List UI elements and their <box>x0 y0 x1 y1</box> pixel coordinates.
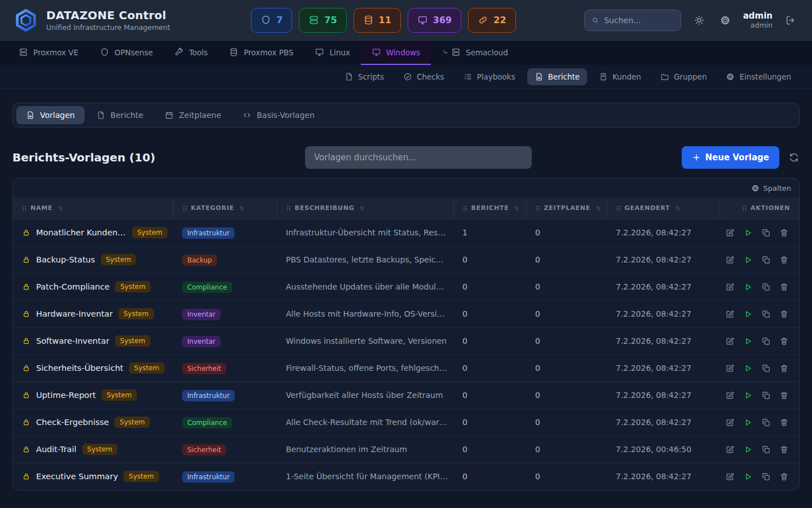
subnav-playbooks[interactable]: Playbooks <box>456 68 523 85</box>
nav-proxmox-ve[interactable]: Proxmox VE <box>8 41 89 65</box>
sort-icon[interactable] <box>595 205 602 212</box>
columns-button[interactable]: Spalten <box>13 178 799 198</box>
nav-proxmox-pbs[interactable]: Proxmox PBS <box>218 41 304 65</box>
stat-servers[interactable]: 75 <box>299 8 346 33</box>
sort-icon[interactable] <box>359 205 365 212</box>
user-menu[interactable]: admin admin <box>743 11 773 29</box>
drag-handle-icon[interactable] <box>463 205 467 211</box>
table-row[interactable]: Executive Summary System Infrastruktur 1… <box>13 463 800 490</box>
run-button[interactable] <box>742 308 754 320</box>
edit-button[interactable] <box>724 227 736 239</box>
run-button[interactable] <box>742 417 754 428</box>
duplicate-button[interactable] <box>760 335 772 347</box>
delete-button[interactable] <box>778 362 790 374</box>
global-search-input[interactable] <box>604 16 673 25</box>
table-row[interactable]: Software-Inventar System Inventar Window… <box>13 327 800 354</box>
run-button[interactable] <box>742 444 754 456</box>
table-row[interactable]: Patch-Compliance System Compliance Ausst… <box>13 273 800 300</box>
column-header-zeitplaene[interactable]: ZEITPLAENE <box>526 198 607 219</box>
tab-zeitplaene[interactable]: Zeitplaene <box>155 106 231 124</box>
subnav-kunden[interactable]: Kunden <box>592 68 648 85</box>
stat-hosts[interactable]: 369 <box>408 8 461 33</box>
sort-icon[interactable] <box>57 205 64 212</box>
refresh-button[interactable] <box>788 152 800 163</box>
table-row[interactable]: Backup-Status System Backup PBS Datastor… <box>13 246 800 273</box>
edit-button[interactable] <box>724 281 736 293</box>
global-search[interactable] <box>584 10 681 31</box>
template-search-input[interactable] <box>305 146 532 169</box>
delete-button[interactable] <box>778 471 790 483</box>
sort-icon[interactable] <box>513 205 520 212</box>
edit-button[interactable] <box>724 254 736 266</box>
edit-button[interactable] <box>724 335 736 347</box>
delete-button[interactable] <box>778 389 790 401</box>
nav-tools[interactable]: Tools <box>164 41 218 65</box>
drag-handle-icon[interactable] <box>616 205 620 211</box>
run-button[interactable] <box>742 362 754 374</box>
stat-links[interactable]: 22 <box>468 8 515 33</box>
column-header-geaendert[interactable]: GEAENDERT <box>607 198 720 219</box>
table-row[interactable]: Sicherheits-Übersicht System Sicherheit … <box>13 354 800 382</box>
subnav-scripts[interactable]: Scripts <box>337 68 391 85</box>
column-header-kategorie[interactable]: KATEGORIE <box>173 198 277 219</box>
edit-button[interactable] <box>724 308 736 320</box>
delete-button[interactable] <box>778 417 790 428</box>
run-button[interactable] <box>742 471 754 483</box>
settings-button[interactable] <box>717 12 733 28</box>
nav-semacloud[interactable]: Semacloud <box>431 41 519 65</box>
drag-handle-icon[interactable] <box>742 205 746 211</box>
delete-button[interactable] <box>778 308 790 320</box>
column-header-berichte[interactable]: BERICHTE <box>453 198 526 219</box>
tab-berichte[interactable]: Berichte <box>87 106 153 124</box>
delete-button[interactable] <box>778 227 790 239</box>
tab-vorlagen[interactable]: Vorlagen <box>16 106 85 124</box>
drag-handle-icon[interactable] <box>22 205 26 211</box>
edit-button[interactable] <box>724 417 736 428</box>
duplicate-button[interactable] <box>760 227 772 239</box>
delete-button[interactable] <box>778 281 790 293</box>
column-header-aktionen[interactable]: AKTIONEN <box>720 198 800 219</box>
subnav-checks[interactable]: Checks <box>396 68 452 85</box>
edit-button[interactable] <box>724 471 736 483</box>
edit-button[interactable] <box>724 389 736 401</box>
table-row[interactable]: Audit-Trail System Sicherheit Benutzerak… <box>13 436 800 463</box>
duplicate-button[interactable] <box>760 308 772 320</box>
new-template-button[interactable]: Neue Vorlage <box>682 146 779 169</box>
run-button[interactable] <box>742 281 754 293</box>
nav-opnsense[interactable]: OPNsense <box>89 41 164 65</box>
drag-handle-icon[interactable] <box>183 205 187 211</box>
theme-toggle-button[interactable] <box>691 12 707 28</box>
sort-icon[interactable] <box>239 205 245 212</box>
drag-handle-icon[interactable] <box>536 205 540 211</box>
logout-button[interactable] <box>783 12 798 28</box>
duplicate-button[interactable] <box>760 444 772 456</box>
duplicate-button[interactable] <box>760 389 772 401</box>
subnav-gruppen[interactable]: Gruppen <box>653 68 714 85</box>
nav-linux[interactable]: Linux <box>304 41 360 65</box>
delete-button[interactable] <box>778 444 790 456</box>
drag-handle-icon[interactable] <box>286 205 290 211</box>
table-row[interactable]: Monatlicher Kundenbericht System Infrast… <box>13 219 800 246</box>
sort-icon[interactable] <box>674 205 681 212</box>
duplicate-button[interactable] <box>760 417 772 428</box>
run-button[interactable] <box>742 254 754 266</box>
tab-basis-vorlagen[interactable]: Basis-Vorlagen <box>233 106 324 124</box>
edit-button[interactable] <box>724 362 736 374</box>
table-row[interactable]: Check-Ergebnisse System Compliance Alle … <box>13 409 800 436</box>
column-header-name[interactable]: NAME <box>13 198 173 219</box>
duplicate-button[interactable] <box>760 254 772 266</box>
run-button[interactable] <box>742 335 754 347</box>
edit-button[interactable] <box>724 444 736 456</box>
duplicate-button[interactable] <box>760 471 772 483</box>
delete-button[interactable] <box>778 335 790 347</box>
table-row[interactable]: Uptime-Report System Infrastruktur Verfü… <box>13 382 800 409</box>
run-button[interactable] <box>742 227 754 239</box>
stat-datastores[interactable]: 11 <box>354 8 401 33</box>
subnav-einstellungen[interactable]: Einstellungen <box>718 68 798 85</box>
table-row[interactable]: Hardware-Inventar System Inventar Alle H… <box>13 300 800 327</box>
column-header-beschreibung[interactable]: BESCHREIBUNG <box>277 198 453 219</box>
nav-windows[interactable]: Windows <box>361 41 431 65</box>
stat-security[interactable]: 7 <box>251 8 292 33</box>
duplicate-button[interactable] <box>760 281 772 293</box>
duplicate-button[interactable] <box>760 362 772 374</box>
